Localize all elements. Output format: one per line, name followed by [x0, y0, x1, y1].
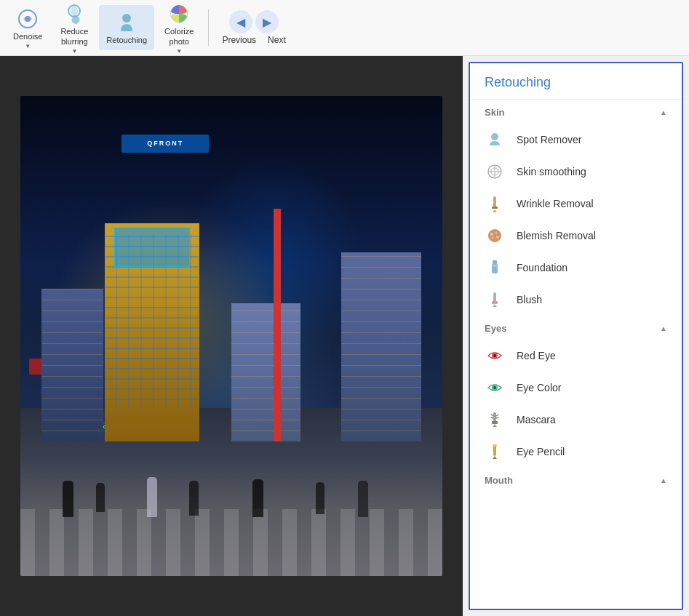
- svg-rect-20: [493, 265, 497, 267]
- svg-rect-23: [492, 301, 498, 304]
- building-left: [41, 289, 103, 441]
- svg-rect-37: [493, 444, 497, 447]
- wrinkle-removal-item[interactable]: Wrinkle Removal: [470, 188, 682, 220]
- eye-pencil-item[interactable]: Eye Pencil: [470, 436, 682, 468]
- toolbar-colorize[interactable]: Colorizephoto ▼: [157, 0, 201, 59]
- toolbar-retouching[interactable]: Retouching: [99, 5, 154, 49]
- blemish-removal-item[interactable]: Blemish Removal: [470, 220, 682, 252]
- sign-qfront: QFRONT: [122, 135, 209, 153]
- eye-color-icon: [485, 377, 505, 398]
- city-scene: QFRONT BITSCOM F21 STARBUCKS COFFEE TSUT…: [20, 96, 442, 576]
- eyes-section-arrow: ▲: [660, 324, 667, 332]
- previous-arrow-button[interactable]: ◀: [229, 10, 252, 33]
- red-eye-icon: [485, 345, 505, 366]
- mouth-section-header[interactable]: Mouth ▲: [470, 468, 682, 492]
- svg-rect-18: [493, 260, 497, 263]
- svg-marker-12: [493, 209, 497, 212]
- svg-point-25: [493, 354, 496, 357]
- red-eye-item[interactable]: Red Eye: [470, 340, 682, 372]
- reduce-blurring-label: Reduceblurring: [60, 27, 88, 46]
- mascara-item[interactable]: Mascara: [470, 404, 682, 436]
- retouching-label: Retouching: [106, 36, 147, 45]
- building-main: [105, 223, 199, 441]
- next-arrow-button[interactable]: ▶: [255, 10, 279, 33]
- toolbar: Denoise ▼ Reduceblurring ▼ Retouching: [0, 0, 689, 56]
- svg-point-15: [495, 232, 498, 234]
- blemish-removal-label: Blemish Removal: [517, 230, 596, 241]
- building-right: [341, 252, 421, 441]
- svg-marker-22: [493, 304, 497, 307]
- eyes-section-header[interactable]: Eyes ▲: [470, 316, 682, 340]
- blush-label: Blush: [517, 294, 542, 305]
- denoise-label: Denoise: [13, 32, 42, 41]
- mouth-section-arrow: ▲: [660, 476, 667, 484]
- panel-title: Retouching: [470, 63, 682, 100]
- nav-section: ◀ ▶ Previous Next: [216, 10, 291, 45]
- skin-section-header[interactable]: Skin ▲: [470, 100, 682, 124]
- svg-point-17: [492, 237, 494, 239]
- eye-color-item[interactable]: Eye Color: [470, 372, 682, 404]
- svg-line-29: [491, 415, 493, 416]
- colorize-label: Colorizephoto: [164, 27, 194, 46]
- svg-point-1: [25, 16, 31, 22]
- svg-rect-11: [492, 207, 498, 209]
- wrinkle-removal-label: Wrinkle Removal: [517, 198, 594, 209]
- red-eye-label: Red Eye: [517, 350, 556, 361]
- svg-point-3: [71, 6, 78, 16]
- blush-item[interactable]: Blush: [470, 284, 682, 316]
- blush-icon: [485, 289, 505, 310]
- foundation-icon: [485, 257, 505, 278]
- building-mid: [231, 303, 300, 441]
- eye-pencil-icon: [485, 441, 505, 462]
- spot-remover-item[interactable]: Spot Remover: [470, 124, 682, 156]
- svg-point-4: [122, 14, 131, 23]
- wrinkle-removal-icon: [485, 193, 505, 214]
- retouching-panel: Retouching Skin ▲ Spot Remover: [469, 62, 683, 610]
- svg-line-31: [491, 417, 493, 418]
- skin-section-arrow: ▲: [660, 108, 667, 116]
- foundation-item[interactable]: Foundation: [470, 252, 682, 284]
- svg-rect-28: [493, 412, 496, 423]
- colorize-icon: [167, 1, 191, 27]
- eye-pencil-label: Eye Pencil: [517, 446, 565, 457]
- nav-arrows: ◀ ▶: [229, 10, 279, 33]
- svg-point-16: [496, 236, 499, 239]
- reduce-blurring-icon: [63, 1, 86, 27]
- retouching-icon: [115, 9, 138, 36]
- spot-remover-icon: [485, 129, 505, 150]
- red-pole: [274, 209, 281, 441]
- svg-marker-36: [493, 456, 497, 459]
- previous-label: Previous: [222, 35, 256, 45]
- skin-smoothing-icon: [485, 161, 505, 182]
- mascara-icon: [485, 409, 505, 430]
- foundation-label: Foundation: [517, 262, 567, 273]
- toolbar-separator: [208, 9, 209, 46]
- next-label: Next: [268, 35, 286, 45]
- svg-marker-34: [493, 424, 497, 427]
- skin-smoothing-label: Skin smoothing: [517, 166, 586, 177]
- svg-rect-33: [492, 421, 498, 424]
- svg-line-30: [496, 415, 498, 416]
- svg-point-14: [490, 233, 493, 236]
- skin-section-label: Skin: [485, 107, 504, 118]
- skin-smoothing-item[interactable]: Skin smoothing: [470, 156, 682, 188]
- toolbar-denoise[interactable]: Denoise ▼: [6, 1, 49, 54]
- svg-point-5: [491, 133, 498, 140]
- svg-point-27: [493, 386, 496, 389]
- main-content: QFRONT BITSCOM F21 STARBUCKS COFFEE TSUT…: [0, 56, 689, 616]
- mascara-label: Mascara: [517, 414, 556, 425]
- denoise-icon: [16, 6, 39, 32]
- spot-remover-label: Spot Remover: [517, 134, 581, 145]
- svg-line-32: [496, 417, 498, 418]
- svg-point-13: [488, 229, 501, 242]
- blemish-removal-icon: [485, 225, 505, 246]
- photo-canvas: QFRONT BITSCOM F21 STARBUCKS COFFEE TSUT…: [20, 96, 442, 576]
- toolbar-reduce-blurring[interactable]: Reduceblurring ▼: [52, 0, 96, 59]
- svg-rect-10: [493, 196, 496, 208]
- photo-area: QFRONT BITSCOM F21 STARBUCKS COFFEE TSUT…: [0, 56, 463, 616]
- nav-labels: Previous Next: [222, 35, 285, 45]
- mouth-section-label: Mouth: [485, 475, 513, 486]
- eye-color-label: Eye Color: [517, 382, 561, 393]
- eyes-section-label: Eyes: [485, 323, 506, 334]
